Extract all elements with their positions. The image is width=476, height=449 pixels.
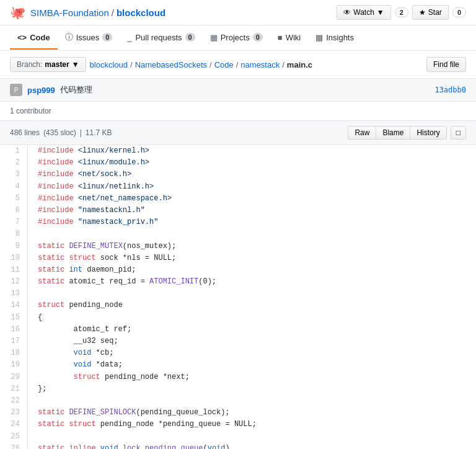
issues-badge: 0 [102,33,112,42]
sub-nav: <> Code ⓘ Issues 0 ⎯ Pull requests 0 ▦ P… [0,25,476,51]
code-line: 23 static DEFINE_SPINLOCK(pending_queue_… [0,407,476,419]
repo-link[interactable]: blockcloud [117,7,165,18]
code-line: 24 static struct pending_node *pending_q… [0,419,476,430]
insights-icon: ▩ [315,33,323,42]
file-sloc: (435 sloc) [43,128,76,137]
commit-message: 代码整理 [60,84,92,96]
code-icon: <> [17,33,27,42]
code-line: 5 #include <net/net_namespace.h> [0,193,476,205]
display-mode-button[interactable]: □ [451,126,466,140]
code-line: 6 #include "namestacknl.h" [0,205,476,216]
watch-label: Watch [353,8,374,17]
commit-bar: P psp999 代码整理 13adbb0 [0,79,476,102]
breadcrumb-link-0[interactable]: blockcloud [90,60,128,69]
repo-title: SIMBA-Foundation / blockcloud [30,7,165,18]
code-line: 1 #include <linux/kernel.h> [0,145,476,157]
breadcrumb-bar: Branch: master ▼ blockcloud / NamebasedS… [0,51,476,79]
line-number: 3 [0,169,28,180]
breadcrumb-filename: main.c [287,60,312,69]
line-number: 25 [0,431,28,443]
breadcrumb-sep-2: / [236,60,239,69]
code-line: 10 static struct sock *nls = NULL; [0,252,476,264]
avatar: P [10,84,22,96]
raw-button[interactable]: Raw [348,126,376,140]
breadcrumb-link-1[interactable]: NamebasedSockets [135,60,207,69]
line-number: 2 [0,157,28,169]
org-link[interactable]: SIMBA-Foundation [30,7,109,18]
line-number: 16 [0,324,28,336]
file-stats-bar: 486 lines (435 sloc) | 11.7 KB Raw Blame… [0,121,476,145]
line-number: 26 [0,443,28,449]
code-line: 11 static int daemon_pid; [0,264,476,276]
tab-projects[interactable]: ▦ Projects 0 [203,27,270,50]
breadcrumb-sep-0: / [130,60,133,69]
tab-issues[interactable]: ⓘ Issues 0 [58,25,120,50]
breadcrumb-sep-3: / [282,60,284,69]
breadcrumb-link-2[interactable]: Code [214,60,234,69]
pr-badge: 0 [185,33,195,42]
code-line: 15 { [0,312,476,324]
line-number: 7 [0,216,28,228]
code-line: 22 [0,395,476,407]
line-number: 19 [0,359,28,371]
code-line: 26 static inline void lock_pending_queue… [0,443,476,449]
tab-insights[interactable]: ▩ Insights [308,27,361,50]
watch-button[interactable]: 👁 Watch ▼ [337,5,390,20]
line-number: 20 [0,371,28,383]
line-number: 22 [0,395,28,407]
breadcrumb: blockcloud / NamebasedSockets / Code / n… [90,60,312,69]
code-line: 12 static atomic_t req_id = ATOMIC_INIT(… [0,276,476,288]
tab-wiki[interactable]: ■ Wiki [270,27,308,50]
line-number: 12 [0,276,28,288]
breadcrumb-link-3[interactable]: namestack [240,60,280,69]
octocat-icon: 🐙 [10,5,25,20]
code-line: 8 [0,228,476,240]
star-icon: ★ [419,8,426,17]
tab-pull-requests[interactable]: ⎯ Pull requests 0 [120,27,202,50]
code-line: 17 __u32 seq; [0,336,476,347]
code-line: 9 static DEFINE_MUTEX(nos_mutex); [0,241,476,252]
star-count-badge: 0 [452,7,466,17]
line-number: 21 [0,383,28,395]
star-button[interactable]: ★ Star [412,5,449,20]
line-number: 4 [0,181,28,193]
branch-name: master [45,60,69,69]
line-number: 17 [0,336,28,347]
contributor-bar: 1 contributor [0,102,476,121]
breadcrumb-sep-1: / [209,60,212,69]
line-number: 13 [0,288,28,300]
find-file-button[interactable]: Find file [426,57,466,72]
code-line: 19 void *data; [0,359,476,371]
issues-icon: ⓘ [65,32,73,43]
line-number: 18 [0,347,28,359]
line-number: 15 [0,312,28,324]
code-line: 21 }; [0,383,476,395]
code-line: 7 #include "namestack_priv.h" [0,216,476,228]
code-line: 16 atomic_t ref; [0,324,476,336]
code-area: 1 #include <linux/kernel.h> 2 #include <… [0,145,476,449]
code-line: 18 void *cb; [0,347,476,359]
line-number: 24 [0,419,28,430]
line-number: 14 [0,300,28,311]
projects-badge: 0 [253,33,263,42]
line-number: 5 [0,193,28,205]
commit-hash[interactable]: 13adbb0 [434,86,466,94]
code-line: 14 struct pending_node [0,300,476,311]
history-button[interactable]: History [410,126,446,140]
title-sep: / [112,7,114,18]
file-size-sep: | [80,128,82,137]
code-line: 4 #include <linux/netlink.h> [0,181,476,193]
file-lines: 486 lines [10,128,40,137]
tab-code[interactable]: <> Code [10,27,58,50]
blame-button[interactable]: Blame [376,126,410,140]
line-number: 11 [0,264,28,276]
code-line: 25 [0,431,476,443]
branch-label: Branch: [17,60,42,69]
commit-user[interactable]: psp999 [27,86,55,95]
contributor-count: 1 contributor [10,107,51,115]
code-line: 3 #include <net/sock.h> [0,169,476,180]
line-number: 10 [0,252,28,264]
star-label: Star [428,8,442,17]
branch-selector[interactable]: Branch: master ▼ [10,57,86,72]
chevron-down-icon: ▼ [72,60,79,69]
